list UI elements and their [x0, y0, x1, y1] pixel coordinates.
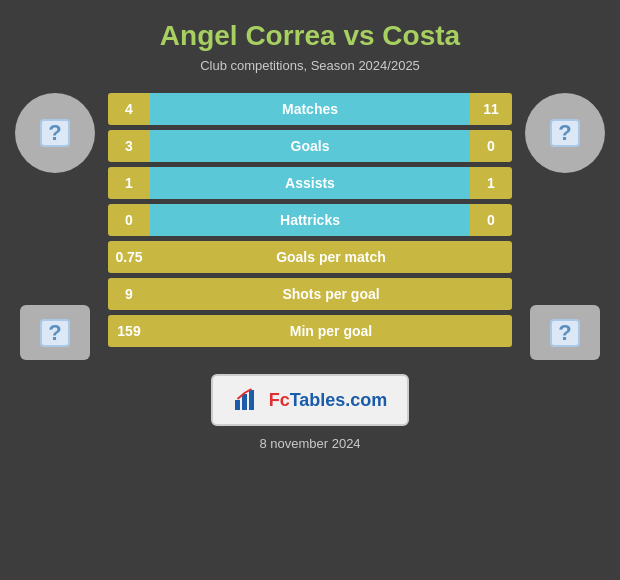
stat-bar-0: Matches [150, 93, 470, 125]
stat-label-1: Goals [291, 138, 330, 154]
left-player-photo-bottom: ? [20, 305, 90, 360]
stat-label-3: Hattricks [280, 212, 340, 228]
stat-left-val-4: 0.75 [108, 241, 150, 273]
stat-row-2: 1Assists1 [108, 167, 512, 199]
stat-bar-4: Goals per match [150, 241, 512, 273]
right-player-photo-top: ? [525, 93, 605, 173]
stat-label-2: Assists [285, 175, 335, 191]
main-container: Angel Correa vs Costa Club competitions,… [0, 0, 620, 580]
stat-bar-1: Goals [150, 130, 470, 162]
brand-box[interactable]: FcTables.com [211, 374, 410, 426]
stat-left-val-0: 4 [108, 93, 150, 125]
stats-area: ? ? 4Matches113Goals01Assists10Hattricks… [10, 93, 610, 360]
right-question-mark-bottom: ? [550, 319, 580, 347]
brand-tables: Tables.com [290, 390, 388, 410]
stat-row-5: 9Shots per goal [108, 278, 512, 310]
page-title: Angel Correa vs Costa [160, 20, 460, 52]
stat-bar-5: Shots per goal [150, 278, 512, 310]
stat-label-4: Goals per match [276, 249, 386, 265]
stat-right-val-3: 0 [470, 204, 512, 236]
left-player-photo-top: ? [15, 93, 95, 173]
svg-rect-0 [235, 400, 240, 410]
stat-left-val-5: 9 [108, 278, 150, 310]
svg-rect-1 [242, 394, 247, 410]
stat-right-val-2: 1 [470, 167, 512, 199]
left-question-mark-top: ? [40, 119, 70, 147]
subtitle: Club competitions, Season 2024/2025 [200, 58, 420, 73]
date-text: 8 november 2024 [259, 436, 360, 451]
right-player-col: ? ? [520, 93, 610, 360]
right-question-mark-top: ? [550, 119, 580, 147]
stat-left-val-2: 1 [108, 167, 150, 199]
stat-left-val-3: 0 [108, 204, 150, 236]
stat-bar-3: Hattricks [150, 204, 470, 236]
svg-rect-2 [249, 390, 254, 410]
stat-label-6: Min per goal [290, 323, 372, 339]
left-question-mark-bottom: ? [40, 319, 70, 347]
left-player-col: ? ? [10, 93, 100, 360]
stat-right-val-1: 0 [470, 130, 512, 162]
brand-text: FcTables.com [269, 390, 388, 411]
middle-stats-col: 4Matches113Goals01Assists10Hattricks00.7… [100, 93, 520, 347]
stat-bar-6: Min per goal [150, 315, 512, 347]
stat-right-val-0: 11 [470, 93, 512, 125]
stat-row-3: 0Hattricks0 [108, 204, 512, 236]
chart-icon [233, 386, 261, 414]
stat-label-5: Shots per goal [282, 286, 379, 302]
brand-fc: Fc [269, 390, 290, 410]
right-player-photo-bottom: ? [530, 305, 600, 360]
stat-row-0: 4Matches11 [108, 93, 512, 125]
stat-label-0: Matches [282, 101, 338, 117]
stat-row-1: 3Goals0 [108, 130, 512, 162]
stat-left-val-6: 159 [108, 315, 150, 347]
stat-bar-2: Assists [150, 167, 470, 199]
stat-left-val-1: 3 [108, 130, 150, 162]
stat-row-6: 159Min per goal [108, 315, 512, 347]
stat-row-4: 0.75Goals per match [108, 241, 512, 273]
